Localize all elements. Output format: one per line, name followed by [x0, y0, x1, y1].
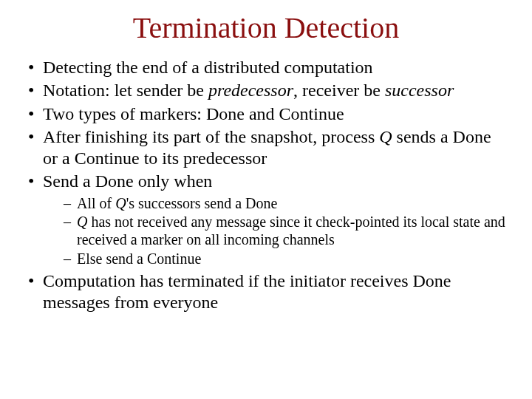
bullet-list: Detecting the end of a distributed compu…	[22, 57, 510, 314]
bullet-text: After finishing its part of the snapshot…	[43, 127, 379, 146]
sub-item: Else send a Continue	[64, 250, 510, 267]
bullet-text: Notation: let sender be	[43, 81, 208, 100]
bullet-text: Two types of markers: Done and Continue	[43, 104, 344, 123]
bullet-item: Two types of markers: Done and Continue	[28, 103, 510, 125]
italic-text: Q	[77, 214, 87, 230]
bullet-text: Detecting the end of a distributed compu…	[43, 58, 373, 77]
sub-item: Q has not received any message since it …	[64, 213, 510, 249]
bullet-item: Notation: let sender be predecessor, rec…	[28, 80, 510, 101]
sub-item: All of Q's successors send a Done	[64, 194, 510, 212]
italic-text: Q	[115, 195, 126, 211]
bullet-item: Detecting the end of a distributed compu…	[28, 57, 510, 78]
bullet-item: Send a Done only when All of Q's success…	[28, 171, 510, 267]
bullet-text: , receiver be	[293, 81, 385, 100]
sub-text: Else send a Continue	[77, 250, 201, 267]
sub-list: All of Q's successors send a Done Q has …	[43, 194, 510, 268]
sub-text: has not received any message since it ch…	[77, 214, 505, 248]
sub-text: 's successors send a Done	[126, 195, 278, 211]
slide-title: Termination Detection	[22, 10, 510, 45]
bullet-item: After finishing its part of the snapshot…	[28, 126, 510, 170]
bullet-text: Send a Done only when	[43, 171, 212, 191]
italic-text: successor	[385, 81, 454, 100]
slide: Termination Detection Detecting the end …	[0, 0, 532, 399]
italic-text: Q	[379, 127, 392, 146]
bullet-item: Computation has terminated if the initia…	[28, 270, 510, 314]
italic-text: predecessor	[208, 81, 293, 100]
sub-text: All of	[77, 195, 115, 211]
bullet-text: Computation has terminated if the initia…	[43, 271, 451, 312]
